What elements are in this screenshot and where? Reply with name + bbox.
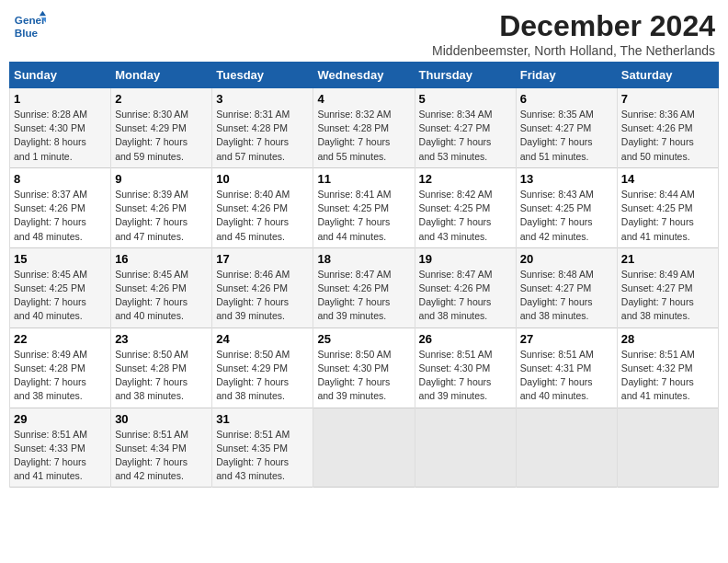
day-info: Sunrise: 8:49 AM Sunset: 4:28 PM Dayligh…: [14, 348, 107, 404]
calendar-week-1: 1Sunrise: 8:28 AM Sunset: 4:30 PM Daylig…: [10, 88, 719, 168]
calendar-cell: 13Sunrise: 8:43 AM Sunset: 4:25 PM Dayli…: [516, 167, 617, 247]
day-info: Sunrise: 8:49 AM Sunset: 4:27 PM Dayligh…: [621, 268, 714, 324]
calendar-cell: 5Sunrise: 8:34 AM Sunset: 4:27 PM Daylig…: [415, 88, 516, 168]
day-info: Sunrise: 8:36 AM Sunset: 4:26 PM Dayligh…: [621, 108, 714, 164]
day-info: Sunrise: 8:40 AM Sunset: 4:26 PM Dayligh…: [216, 188, 309, 244]
day-number: 18: [317, 252, 410, 266]
calendar-cell: 3Sunrise: 8:31 AM Sunset: 4:28 PM Daylig…: [212, 88, 313, 168]
calendar-cell: 11Sunrise: 8:41 AM Sunset: 4:25 PM Dayli…: [313, 167, 415, 247]
day-number: 27: [520, 332, 613, 346]
calendar-cell: 26Sunrise: 8:51 AM Sunset: 4:30 PM Dayli…: [415, 327, 516, 408]
day-info: Sunrise: 8:50 AM Sunset: 4:28 PM Dayligh…: [115, 348, 208, 404]
svg-text:Blue: Blue: [15, 27, 39, 39]
calendar-cell: 20Sunrise: 8:48 AM Sunset: 4:27 PM Dayli…: [516, 247, 617, 327]
day-info: Sunrise: 8:51 AM Sunset: 4:35 PM Dayligh…: [216, 428, 309, 484]
calendar-cell: 10Sunrise: 8:40 AM Sunset: 4:26 PM Dayli…: [212, 167, 313, 247]
calendar-cell: [313, 408, 415, 488]
day-number: 7: [621, 92, 714, 106]
day-info: Sunrise: 8:51 AM Sunset: 4:30 PM Dayligh…: [419, 348, 512, 404]
calendar-cell: 15Sunrise: 8:45 AM Sunset: 4:25 PM Dayli…: [10, 247, 111, 327]
header-row: SundayMondayTuesdayWednesdayThursdayFrid…: [10, 63, 719, 88]
col-header-thursday: Thursday: [415, 63, 516, 88]
day-info: Sunrise: 8:44 AM Sunset: 4:25 PM Dayligh…: [621, 188, 714, 244]
calendar-week-5: 29Sunrise: 8:51 AM Sunset: 4:33 PM Dayli…: [10, 408, 719, 488]
day-number: 20: [520, 252, 613, 266]
calendar-cell: 31Sunrise: 8:51 AM Sunset: 4:35 PM Dayli…: [212, 408, 313, 488]
day-number: 1: [14, 92, 107, 106]
calendar-cell: 27Sunrise: 8:51 AM Sunset: 4:31 PM Dayli…: [516, 327, 617, 408]
day-number: 15: [14, 252, 107, 266]
day-info: Sunrise: 8:42 AM Sunset: 4:25 PM Dayligh…: [419, 188, 512, 244]
day-info: Sunrise: 8:45 AM Sunset: 4:25 PM Dayligh…: [14, 268, 107, 324]
calendar-week-4: 22Sunrise: 8:49 AM Sunset: 4:28 PM Dayli…: [10, 327, 719, 408]
page-header: General Blue December 2024 Middenbeemste…: [9, 9, 719, 58]
calendar-cell: 16Sunrise: 8:45 AM Sunset: 4:26 PM Dayli…: [111, 247, 212, 327]
calendar-cell: 19Sunrise: 8:47 AM Sunset: 4:26 PM Dayli…: [415, 247, 516, 327]
title-block: December 2024 Middenbeemster, North Holl…: [432, 9, 715, 58]
day-info: Sunrise: 8:30 AM Sunset: 4:29 PM Dayligh…: [115, 108, 208, 164]
logo-icon: General Blue: [13, 9, 46, 42]
day-number: 23: [115, 332, 208, 346]
calendar-cell: [516, 408, 617, 488]
day-info: Sunrise: 8:46 AM Sunset: 4:26 PM Dayligh…: [216, 268, 309, 324]
month-title: December 2024: [432, 9, 715, 43]
calendar-cell: 6Sunrise: 8:35 AM Sunset: 4:27 PM Daylig…: [516, 88, 617, 168]
day-number: 16: [115, 252, 208, 266]
calendar-cell: 1Sunrise: 8:28 AM Sunset: 4:30 PM Daylig…: [10, 88, 111, 168]
day-info: Sunrise: 8:37 AM Sunset: 4:26 PM Dayligh…: [14, 188, 107, 244]
calendar-cell: 2Sunrise: 8:30 AM Sunset: 4:29 PM Daylig…: [111, 88, 212, 168]
day-info: Sunrise: 8:32 AM Sunset: 4:28 PM Dayligh…: [317, 108, 410, 164]
calendar-cell: 9Sunrise: 8:39 AM Sunset: 4:26 PM Daylig…: [111, 167, 212, 247]
day-info: Sunrise: 8:51 AM Sunset: 4:34 PM Dayligh…: [115, 428, 208, 484]
col-header-friday: Friday: [516, 63, 617, 88]
logo: General Blue: [13, 9, 50, 42]
calendar-cell: 12Sunrise: 8:42 AM Sunset: 4:25 PM Dayli…: [415, 167, 516, 247]
calendar-cell: 29Sunrise: 8:51 AM Sunset: 4:33 PM Dayli…: [10, 408, 111, 488]
location-subtitle: Middenbeemster, North Holland, The Nethe…: [432, 43, 715, 58]
day-number: 22: [14, 332, 107, 346]
day-info: Sunrise: 8:50 AM Sunset: 4:29 PM Dayligh…: [216, 348, 309, 404]
calendar-cell: 24Sunrise: 8:50 AM Sunset: 4:29 PM Dayli…: [212, 327, 313, 408]
calendar-cell: 23Sunrise: 8:50 AM Sunset: 4:28 PM Dayli…: [111, 327, 212, 408]
day-info: Sunrise: 8:43 AM Sunset: 4:25 PM Dayligh…: [520, 188, 613, 244]
day-number: 5: [419, 92, 512, 106]
day-number: 26: [419, 332, 512, 346]
day-info: Sunrise: 8:35 AM Sunset: 4:27 PM Dayligh…: [520, 108, 613, 164]
calendar-cell: [415, 408, 516, 488]
day-info: Sunrise: 8:41 AM Sunset: 4:25 PM Dayligh…: [317, 188, 410, 244]
day-number: 13: [520, 172, 613, 186]
calendar-week-3: 15Sunrise: 8:45 AM Sunset: 4:25 PM Dayli…: [10, 247, 719, 327]
day-number: 25: [317, 332, 410, 346]
day-number: 11: [317, 172, 410, 186]
day-number: 3: [216, 92, 309, 106]
day-info: Sunrise: 8:39 AM Sunset: 4:26 PM Dayligh…: [115, 188, 208, 244]
day-number: 10: [216, 172, 309, 186]
day-number: 28: [621, 332, 714, 346]
day-info: Sunrise: 8:31 AM Sunset: 4:28 PM Dayligh…: [216, 108, 309, 164]
day-info: Sunrise: 8:51 AM Sunset: 4:33 PM Dayligh…: [14, 428, 107, 484]
calendar-cell: 18Sunrise: 8:47 AM Sunset: 4:26 PM Dayli…: [313, 247, 415, 327]
calendar-cell: 7Sunrise: 8:36 AM Sunset: 4:26 PM Daylig…: [617, 88, 718, 168]
day-info: Sunrise: 8:50 AM Sunset: 4:30 PM Dayligh…: [317, 348, 410, 404]
day-number: 29: [14, 412, 107, 426]
calendar-table: SundayMondayTuesdayWednesdayThursdayFrid…: [9, 62, 719, 488]
col-header-saturday: Saturday: [617, 63, 718, 88]
day-info: Sunrise: 8:51 AM Sunset: 4:31 PM Dayligh…: [520, 348, 613, 404]
day-info: Sunrise: 8:45 AM Sunset: 4:26 PM Dayligh…: [115, 268, 208, 324]
calendar-cell: 30Sunrise: 8:51 AM Sunset: 4:34 PM Dayli…: [111, 408, 212, 488]
day-number: 2: [115, 92, 208, 106]
day-number: 31: [216, 412, 309, 426]
day-number: 30: [115, 412, 208, 426]
day-info: Sunrise: 8:34 AM Sunset: 4:27 PM Dayligh…: [419, 108, 512, 164]
day-number: 24: [216, 332, 309, 346]
calendar-cell: 17Sunrise: 8:46 AM Sunset: 4:26 PM Dayli…: [212, 247, 313, 327]
day-info: Sunrise: 8:28 AM Sunset: 4:30 PM Dayligh…: [14, 108, 107, 164]
day-info: Sunrise: 8:48 AM Sunset: 4:27 PM Dayligh…: [520, 268, 613, 324]
calendar-cell: 4Sunrise: 8:32 AM Sunset: 4:28 PM Daylig…: [313, 88, 415, 168]
calendar-cell: 8Sunrise: 8:37 AM Sunset: 4:26 PM Daylig…: [10, 167, 111, 247]
col-header-sunday: Sunday: [10, 63, 111, 88]
day-info: Sunrise: 8:47 AM Sunset: 4:26 PM Dayligh…: [317, 268, 410, 324]
day-number: 21: [621, 252, 714, 266]
calendar-cell: 21Sunrise: 8:49 AM Sunset: 4:27 PM Dayli…: [617, 247, 718, 327]
calendar-cell: 14Sunrise: 8:44 AM Sunset: 4:25 PM Dayli…: [617, 167, 718, 247]
